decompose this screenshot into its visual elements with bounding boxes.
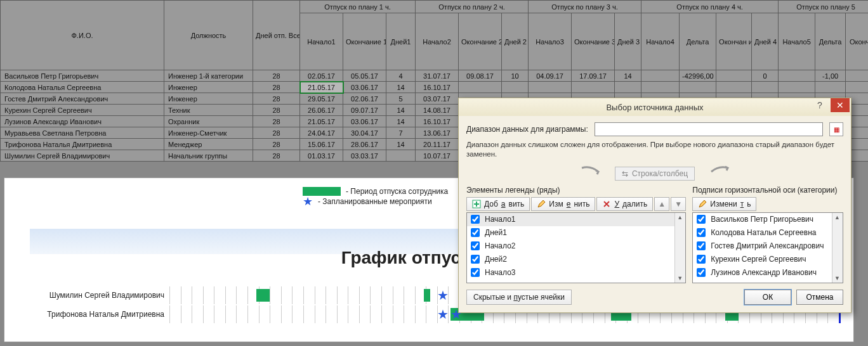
cell[interactable]: 28 xyxy=(253,139,300,150)
cancel-button[interactable]: Отмена xyxy=(796,290,843,305)
scrollbar[interactable] xyxy=(832,213,843,283)
cell[interactable] xyxy=(572,82,615,93)
cell[interactable]: 14 xyxy=(386,139,416,150)
cell[interactable]: 21.05.17 xyxy=(300,116,343,127)
cell[interactable]: 09.07.17 xyxy=(343,105,386,116)
cell[interactable] xyxy=(641,70,680,82)
cell[interactable]: 13.06.17 xyxy=(416,127,459,139)
category-checkbox[interactable] xyxy=(697,241,706,250)
cell[interactable]: 05.05.17 xyxy=(343,70,386,82)
category-checkbox[interactable] xyxy=(697,268,706,277)
cell[interactable]: 15.06.17 xyxy=(300,139,343,150)
dialog-titlebar[interactable]: Выбор источника данных ? ✕ xyxy=(459,98,851,116)
cell[interactable]: 03.03.17 xyxy=(343,150,386,162)
cell[interactable]: -1,00 xyxy=(815,70,846,82)
cell[interactable]: 28 xyxy=(253,93,300,105)
move-up-button[interactable]: ▲ xyxy=(654,197,669,211)
cell[interactable] xyxy=(459,82,502,93)
cell[interactable] xyxy=(641,82,680,93)
cell[interactable]: Васильков Петр Григорьевич xyxy=(1,70,164,82)
scrollbar[interactable] xyxy=(674,213,685,283)
cell[interactable] xyxy=(529,82,572,93)
ok-button[interactable]: ОК xyxy=(744,290,791,305)
cell[interactable]: Инженер xyxy=(164,82,253,93)
category-checkbox[interactable] xyxy=(697,228,706,237)
cell[interactable]: Техник xyxy=(164,105,253,116)
cell[interactable]: 02.05.17 xyxy=(300,70,343,82)
cell[interactable]: 03.06.17 xyxy=(343,82,386,93)
cell[interactable] xyxy=(815,82,846,93)
cell[interactable] xyxy=(716,82,752,93)
cell[interactable]: Курехин Сергей Сергеевич xyxy=(1,105,164,116)
cell[interactable]: 14 xyxy=(386,82,416,93)
cell[interactable] xyxy=(779,70,815,82)
cell[interactable] xyxy=(846,70,868,82)
cell[interactable] xyxy=(386,150,416,162)
cell[interactable]: 02.06.17 xyxy=(343,93,386,105)
cell[interactable]: 29.05.17 xyxy=(300,93,343,105)
move-down-button[interactable]: ▼ xyxy=(671,197,686,211)
range-picker-button[interactable]: ▦ xyxy=(829,122,843,136)
series-checkbox[interactable] xyxy=(471,255,480,264)
cell[interactable] xyxy=(680,82,716,93)
cell[interactable]: 20.11.17 xyxy=(416,139,459,150)
cell[interactable] xyxy=(779,82,815,93)
cell[interactable] xyxy=(716,70,752,82)
cell[interactable]: 01.03.17 xyxy=(300,150,343,162)
cell[interactable]: 28 xyxy=(253,82,300,93)
cell[interactable] xyxy=(846,82,868,93)
cell[interactable]: 28.06.17 xyxy=(343,139,386,150)
category-checkbox[interactable] xyxy=(697,255,706,264)
series-listbox[interactable]: Начало1Дней1Начало2Дней2Начало3 xyxy=(466,212,686,283)
cell[interactable] xyxy=(752,82,779,93)
category-checkbox[interactable] xyxy=(697,215,706,224)
cell[interactable]: 03.06.17 xyxy=(343,116,386,127)
cell[interactable]: 26.06.17 xyxy=(300,105,343,116)
cell[interactable]: 28 xyxy=(253,70,300,82)
cell[interactable] xyxy=(502,82,529,93)
cell[interactable]: Трифонова Наталья Дмитриевна xyxy=(1,139,164,150)
edit-categories-button[interactable]: Изменить xyxy=(692,197,756,211)
cell[interactable]: 0 xyxy=(752,70,779,82)
cell[interactable]: 16.10.17 xyxy=(416,82,459,93)
cell[interactable]: 30.04.17 xyxy=(343,127,386,139)
add-series-button[interactable]: Добавить xyxy=(466,197,530,211)
series-item[interactable]: Начало3 xyxy=(467,266,685,279)
series-checkbox[interactable] xyxy=(471,228,480,237)
category-item[interactable]: Гостев Дмитрий Александрович xyxy=(693,240,843,253)
cell[interactable]: 14.08.17 xyxy=(416,105,459,116)
series-item[interactable]: Дней2 xyxy=(467,253,685,266)
series-item[interactable]: Начало2 xyxy=(467,240,685,253)
cell[interactable]: 28 xyxy=(253,150,300,162)
cell[interactable]: 21.05.17 xyxy=(300,82,343,93)
edit-series-button[interactable]: Изменить xyxy=(531,197,595,211)
cell[interactable]: 28 xyxy=(253,105,300,116)
cell[interactable]: -42996,00 xyxy=(680,70,716,82)
cell[interactable]: Инженер 1-й категории xyxy=(164,70,253,82)
cell[interactable]: 7 xyxy=(386,127,416,139)
cell[interactable]: 10.07.17 xyxy=(416,150,459,162)
cell[interactable]: 31.07.17 xyxy=(416,70,459,82)
chart-range-input[interactable] xyxy=(595,122,823,136)
cell[interactable]: Шумилин Сергей Владимирович xyxy=(1,150,164,162)
cell[interactable] xyxy=(615,82,641,93)
cell[interactable]: Гостев Дмитрий Александрович xyxy=(1,93,164,105)
categories-listbox[interactable]: Васильков Петр ГригорьевичКолодова Натал… xyxy=(692,212,843,283)
cell[interactable]: 16.10.17 xyxy=(416,116,459,127)
cell[interactable]: Менеджер xyxy=(164,139,253,150)
cell[interactable]: 14 xyxy=(386,105,416,116)
cell[interactable]: Охранник xyxy=(164,116,253,127)
cell[interactable]: 5 xyxy=(386,93,416,105)
cell[interactable]: Муравьева Светлана Петровна xyxy=(1,127,164,139)
table-row[interactable]: Васильков Петр ГригорьевичИнженер 1-й ка… xyxy=(1,70,869,82)
series-checkbox[interactable] xyxy=(471,215,480,224)
category-item[interactable]: Лузинов Александр Иванович xyxy=(693,266,843,279)
close-button[interactable]: ✕ xyxy=(831,98,850,112)
cell[interactable]: 03.07.17 xyxy=(416,93,459,105)
series-checkbox[interactable] xyxy=(471,241,480,250)
cell[interactable]: 28 xyxy=(253,127,300,139)
series-item[interactable]: Дней1 xyxy=(467,226,685,240)
category-item[interactable]: Колодова Наталья Сергеевна xyxy=(693,226,843,240)
cell[interactable]: 17.09.17 xyxy=(572,70,615,82)
hidden-empty-cells-button[interactable]: Скрытые и пустые ячейки xyxy=(466,290,572,305)
